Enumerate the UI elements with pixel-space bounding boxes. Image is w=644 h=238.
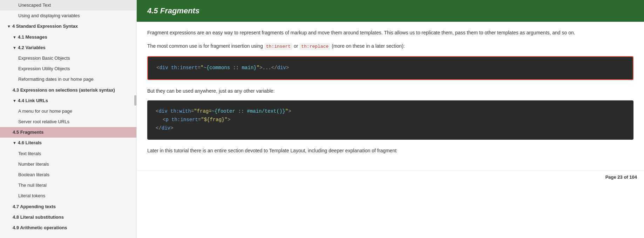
sidebar-item-4-9-arithmetic-operations[interactable]: 4.9 Arithmetic operations <box>0 223 136 233</box>
collapse-icon: ▼ <box>7 24 11 28</box>
sidebar-item-literal-tokens[interactable]: Literal tokens <box>0 191 136 201</box>
sidebar-item-number-literals[interactable]: Number literals <box>0 159 136 170</box>
sidebar-item-expression-basic-objects[interactable]: Expression Basic Objects <box>0 53 136 64</box>
sidebar-item-4-3-expressions-selections[interactable]: 4.3 Expressions on selections (asterisk … <box>0 85 136 95</box>
collapse-icon: ▼ <box>13 141 16 145</box>
intro-paragraph: Fragment expressions are an easy way to … <box>147 29 633 37</box>
collapse-icon: ▼ <box>13 99 16 103</box>
usage-text-after: (more on these in a later section): <box>330 43 405 49</box>
section-title: 4.5 Fragments <box>147 6 633 15</box>
page-footer: Page 23 of 104 <box>137 171 644 183</box>
inline-code-th-replace: th:replace <box>299 43 330 50</box>
code-block-2: <div th:with="frag=~{footer :: #main/tex… <box>147 100 633 139</box>
main-content: 4.5 Fragments Fragment expressions are a… <box>137 0 644 238</box>
usage-text-before: The most common use is for fragment inse… <box>147 43 264 49</box>
sidebar-item-expression-utility-objects[interactable]: Expression Utility Objects <box>0 64 136 74</box>
sidebar-item-a-menu-home-page[interactable]: A menu for our home page <box>0 106 136 117</box>
sidebar-item-using-displaying-variables[interactable]: Using and displaying variables <box>0 11 136 21</box>
usage-text-middle: or <box>292 43 299 49</box>
sidebar-item-unescaped-text[interactable]: Unescaped Text <box>0 0 136 11</box>
usage-text-2: But they can be used anywhere, just as a… <box>147 88 274 94</box>
sidebar-item-server-root-relative-urls[interactable]: Server root relative URLs <box>0 117 136 127</box>
scrollbar[interactable] <box>134 95 136 106</box>
code-line-2: <p th:insert="${frag}"> <box>156 116 625 124</box>
intro-text: Fragment expressions are an easy way to … <box>147 30 575 35</box>
sidebar-item-4-1-messages[interactable]: ▼4.1 Messages <box>0 32 136 42</box>
sidebar-item-reformatting-dates[interactable]: Reformatting dates in our home page <box>0 74 136 85</box>
inline-code-th-insert: th:insert <box>264 43 292 50</box>
later-text: Later in this tutorial there is an entir… <box>147 148 396 153</box>
sidebar-item-4-6-literals[interactable]: ▼4.6 Literals <box>0 138 136 148</box>
sidebar-item-boolean-literals[interactable]: Boolean literals <box>0 170 136 180</box>
section-header-bar: 4.5 Fragments <box>137 0 644 22</box>
sidebar-item-4-8-literal-substitutions[interactable]: 4.8 Literal substitutions <box>0 212 136 223</box>
collapse-icon: ▼ <box>13 46 16 50</box>
sidebar-item-4-4-link-urls[interactable]: ▼4.4 Link URLs <box>0 95 136 106</box>
sidebar-item-text-literals[interactable]: Text literals <box>0 148 136 159</box>
page-info: Page 23 of 104 <box>605 174 637 180</box>
sidebar-item-4-5-fragments[interactable]: 4.5 Fragments <box>0 127 136 138</box>
sidebar-item-null-literal[interactable]: The null literal <box>0 180 136 191</box>
usage-paragraph: The most common use is for fragment inse… <box>147 42 633 51</box>
usage-paragraph-2: But they can be used anywhere, just as a… <box>147 87 633 95</box>
sidebar-item-4-standard-expression-syntax[interactable]: ▼4 Standard Expression Syntax <box>0 21 136 32</box>
code-line-1: <div th:with="frag=~{footer :: #main/tex… <box>156 107 625 116</box>
sidebar-item-4-2-variables[interactable]: ▼4.2 Variables <box>0 42 136 53</box>
sidebar: Unescaped Text Using and displaying vari… <box>0 0 137 238</box>
collapse-icon: ▼ <box>13 35 16 39</box>
content-area: Fragment expressions are an easy way to … <box>137 29 644 167</box>
code-block-1: <div th:insert="~{commons :: main}">...<… <box>147 56 633 80</box>
sidebar-item-4-7-appending-texts[interactable]: 4.7 Appending texts <box>0 201 136 212</box>
later-paragraph: Later in this tutorial there is an entir… <box>147 147 633 154</box>
code-line-3: </div> <box>156 124 625 133</box>
